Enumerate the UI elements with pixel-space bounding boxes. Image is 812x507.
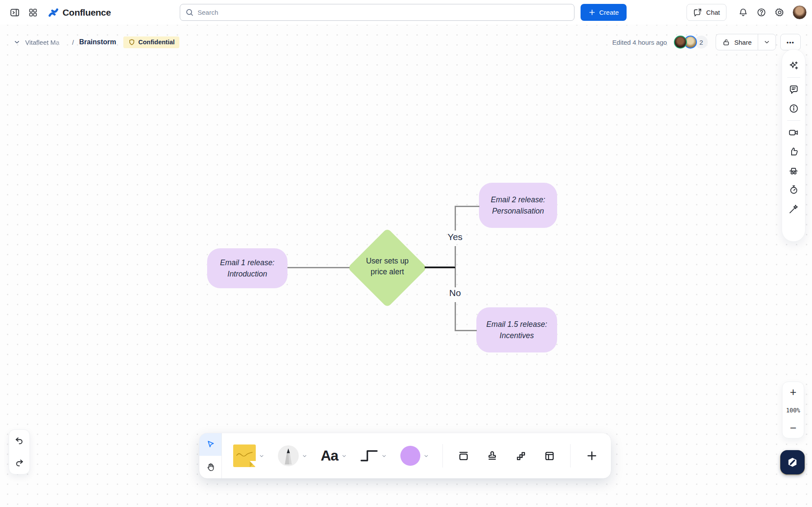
shape-tool[interactable] xyxy=(400,446,429,466)
zoom-out-button[interactable]: − xyxy=(782,421,804,435)
confluence-logo-icon xyxy=(48,7,59,18)
node-email-1[interactable]: Email 1 release: Introduction xyxy=(207,248,287,288)
hand-icon xyxy=(206,462,215,472)
ai-tools-button[interactable] xyxy=(784,56,803,75)
comments-button[interactable] xyxy=(784,80,803,99)
connector-icon xyxy=(360,450,378,462)
chevron-down-icon xyxy=(763,39,770,46)
sidebar-toggle-icon xyxy=(10,7,20,18)
pen-tool[interactable] xyxy=(278,445,307,466)
chat-button-label: Chat xyxy=(706,9,720,16)
reactions-button[interactable] xyxy=(784,142,803,161)
stamp-icon xyxy=(486,450,498,462)
user-avatar[interactable] xyxy=(792,5,807,20)
hand-tool-button[interactable] xyxy=(199,456,221,478)
app-name: Confluence xyxy=(63,7,111,18)
chevron-down-icon xyxy=(259,453,264,459)
undo-button[interactable] xyxy=(9,430,30,452)
history-panel xyxy=(9,429,30,474)
search-input[interactable] xyxy=(180,4,574,21)
connector-decision-branch[interactable] xyxy=(425,267,456,268)
sticky-note-tool[interactable] xyxy=(233,444,264,467)
collapse-header-button[interactable] xyxy=(11,36,23,48)
help-button[interactable] xyxy=(753,5,769,20)
connector-no-horizontal[interactable] xyxy=(455,330,477,331)
connector-tool[interactable] xyxy=(360,450,387,462)
side-panel-divider xyxy=(787,77,800,78)
info-button[interactable] xyxy=(784,99,803,118)
connector-no-vertical-upper[interactable] xyxy=(455,268,456,287)
edge-label-yes: Yes xyxy=(443,232,467,242)
private-mode-button[interactable] xyxy=(784,161,803,180)
toolbar-tools: Aa xyxy=(222,433,611,478)
gear-icon xyxy=(775,7,785,17)
breadcrumb-parent[interactable]: Vitafleet Ma xyxy=(25,39,70,46)
select-tool-button[interactable] xyxy=(199,433,221,456)
undo-icon xyxy=(14,436,24,446)
bell-icon xyxy=(738,7,748,17)
node-email-1-5[interactable]: Email 1.5 release: Incentives xyxy=(476,307,557,352)
frame-icon xyxy=(458,450,469,462)
laser-pointer-button[interactable] xyxy=(784,199,803,218)
connector-yes-vertical-upper[interactable] xyxy=(455,206,456,230)
timer-button[interactable] xyxy=(784,180,803,199)
app-grid-icon xyxy=(28,8,38,17)
help-icon xyxy=(756,7,766,17)
duplicate-tool-button[interactable] xyxy=(513,448,528,464)
chevron-down-icon xyxy=(13,39,20,46)
create-button-label: Create xyxy=(599,9,619,16)
share-button-label: Share xyxy=(734,39,752,46)
laser-pointer-icon xyxy=(788,204,799,214)
collaborator-avatar-1[interactable] xyxy=(674,36,687,49)
confidential-badge[interactable]: Confidential xyxy=(123,36,180,48)
top-bar: Confluence Create Chat xyxy=(0,0,812,25)
redo-icon xyxy=(14,458,24,468)
breadcrumb-separator: / xyxy=(72,39,74,46)
create-button[interactable]: Create xyxy=(581,4,627,21)
connector-yes-horizontal[interactable] xyxy=(455,206,479,207)
ai-sparkle-icon xyxy=(788,60,799,71)
app-switcher-button[interactable] xyxy=(25,5,41,20)
connector-yes-vertical-lower[interactable] xyxy=(455,246,456,267)
chat-icon xyxy=(693,8,702,17)
topbar-right: Chat xyxy=(687,0,807,25)
shape-icon xyxy=(400,446,420,466)
settings-button[interactable] xyxy=(772,5,787,20)
sticky-note-icon xyxy=(233,444,256,467)
zoom-level: 100% xyxy=(786,407,800,414)
chevron-down-icon xyxy=(341,453,347,459)
side-panel-divider xyxy=(787,120,800,121)
stamp-tool-button[interactable] xyxy=(485,448,500,464)
loom-record-button[interactable] xyxy=(780,450,805,474)
page-header-right: Edited 4 hours ago 2 Share xyxy=(612,34,801,50)
chevron-down-icon xyxy=(302,453,307,459)
connector-no-vertical-lower[interactable] xyxy=(455,302,456,331)
chat-button[interactable]: Chat xyxy=(687,4,726,21)
page-header: Vitafleet Ma / Brainstorm Confidential E… xyxy=(0,33,812,52)
unlock-icon xyxy=(722,38,730,46)
node-decision-shape[interactable] xyxy=(347,228,427,308)
record-video-button[interactable] xyxy=(784,123,803,142)
connector-email1-decision[interactable] xyxy=(287,267,350,268)
add-more-tools-button[interactable] xyxy=(584,448,600,464)
chevron-down-icon xyxy=(423,453,429,459)
node-email-2[interactable]: Email 2 release: Personalisation xyxy=(479,183,557,228)
redo-button[interactable] xyxy=(9,452,30,474)
page-title[interactable]: Brainstorm xyxy=(79,38,116,46)
toolbar-divider xyxy=(570,444,571,467)
share-dropdown-button[interactable] xyxy=(758,34,776,50)
text-tool[interactable]: Aa xyxy=(320,448,347,464)
frame-tool-button[interactable] xyxy=(456,448,471,464)
share-button[interactable]: Share xyxy=(716,34,758,50)
search-container xyxy=(180,4,574,21)
text-tool-label: Aa xyxy=(320,448,338,464)
more-options-button[interactable]: ••• xyxy=(780,34,801,50)
table-tool-button[interactable] xyxy=(542,448,557,464)
zoom-in-button[interactable]: + xyxy=(782,385,804,399)
notifications-button[interactable] xyxy=(735,5,751,20)
confluence-home-link[interactable]: Confluence xyxy=(48,7,111,18)
whiteboard-toolbar: Aa xyxy=(199,433,611,478)
edited-timestamp: Edited 4 hours ago xyxy=(612,39,667,46)
sidebar-toggle-button[interactable] xyxy=(7,5,23,20)
toolbar-divider xyxy=(442,444,443,467)
